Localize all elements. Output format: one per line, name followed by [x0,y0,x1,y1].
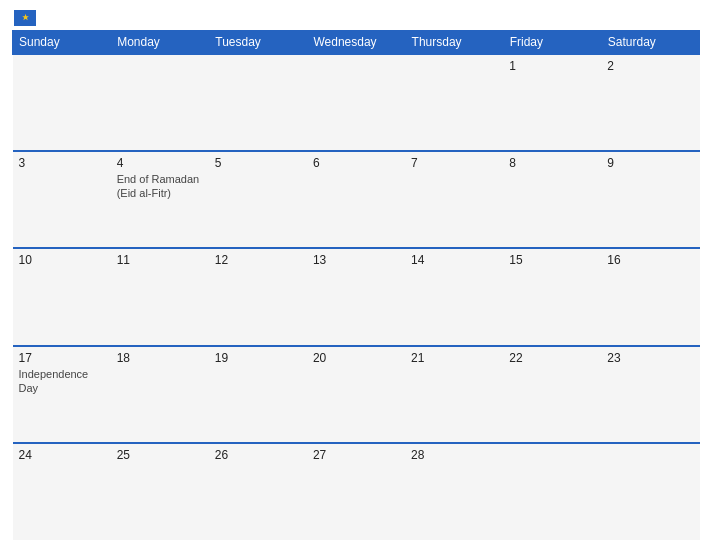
day-number: 3 [19,156,105,170]
day-number: 5 [215,156,301,170]
day-number: 20 [313,351,399,365]
day-number: 8 [509,156,595,170]
calendar-cell-0-6: 2 [601,54,699,151]
day-number: 13 [313,253,399,267]
week-row-1: 34End of Ramadan (Eid al-Fitr)56789 [13,151,700,248]
day-number: 17 [19,351,105,365]
calendar-cell-0-3 [307,54,405,151]
calendar-cell-3-3: 20 [307,346,405,443]
day-number: 23 [607,351,693,365]
day-number: 9 [607,156,693,170]
empty-cell [13,54,111,151]
calendar-cell-3-4: 21 [405,346,503,443]
week-row-3: 17Independence Day181920212223 [13,346,700,443]
calendar-cell-2-2: 12 [209,248,307,345]
calendar-cell-4-2: 26 [209,443,307,540]
calendar-cell-1-4: 7 [405,151,503,248]
day-number: 1 [509,59,595,73]
day-number: 10 [19,253,105,267]
calendar-cell-0-4 [405,54,503,151]
calendar-cell-3-5: 22 [503,346,601,443]
calendar-cell-1-2: 5 [209,151,307,248]
calendar-cell-3-0: 17Independence Day [13,346,111,443]
calendar-cell-3-6: 23 [601,346,699,443]
day-number: 21 [411,351,497,365]
day-number: 6 [313,156,399,170]
week-row-0: 12 [13,54,700,151]
calendar-cell-0-5: 1 [503,54,601,151]
calendar-cell-2-3: 13 [307,248,405,345]
calendar-cell-1-5: 8 [503,151,601,248]
day-number: 24 [19,448,105,462]
calendar-cell-2-0: 10 [13,248,111,345]
calendar-cell-0-1 [111,54,209,151]
calendar-cell-1-1: 4End of Ramadan (Eid al-Fitr) [111,151,209,248]
calendar-cell-3-2: 19 [209,346,307,443]
weekday-header-tuesday: Tuesday [209,31,307,55]
day-number: 7 [411,156,497,170]
calendar-cell-4-6 [601,443,699,540]
calendar-cell-1-6: 9 [601,151,699,248]
day-number: 11 [117,253,203,267]
weekday-header-saturday: Saturday [601,31,699,55]
day-number: 16 [607,253,693,267]
weekday-header-monday: Monday [111,31,209,55]
calendar-cell-4-4: 28 [405,443,503,540]
weekday-header-friday: Friday [503,31,601,55]
logo-flag-icon [14,10,36,26]
weekday-header-wednesday: Wednesday [307,31,405,55]
day-number: 4 [117,156,203,170]
calendar-cell-0-2 [209,54,307,151]
calendar-header [12,10,700,26]
day-number: 28 [411,448,497,462]
calendar-cell-4-3: 27 [307,443,405,540]
day-number: 25 [117,448,203,462]
calendar-cell-2-6: 16 [601,248,699,345]
day-number: 27 [313,448,399,462]
day-number: 12 [215,253,301,267]
calendar-cell-1-3: 6 [307,151,405,248]
calendar-cell-2-1: 11 [111,248,209,345]
calendar-cell-4-1: 25 [111,443,209,540]
calendar-cell-2-4: 14 [405,248,503,345]
event-label: End of Ramadan (Eid al-Fitr) [117,173,200,199]
calendar-cell-4-0: 24 [13,443,111,540]
calendar-cell-2-5: 15 [503,248,601,345]
calendar-cell-4-5 [503,443,601,540]
day-number: 22 [509,351,595,365]
calendar-cell-1-0: 3 [13,151,111,248]
weekday-header-sunday: Sunday [13,31,111,55]
week-row-4: 2425262728 [13,443,700,540]
event-label: Independence Day [19,368,89,394]
weekday-header-row: SundayMondayTuesdayWednesdayThursdayFrid… [13,31,700,55]
weekday-header-thursday: Thursday [405,31,503,55]
day-number: 19 [215,351,301,365]
calendar-table: SundayMondayTuesdayWednesdayThursdayFrid… [12,30,700,540]
day-number: 26 [215,448,301,462]
logo [12,10,38,26]
day-number: 18 [117,351,203,365]
day-number: 2 [607,59,693,73]
calendar-cell-3-1: 18 [111,346,209,443]
day-number: 15 [509,253,595,267]
day-number: 14 [411,253,497,267]
calendar-wrapper: SundayMondayTuesdayWednesdayThursdayFrid… [0,0,712,550]
week-row-2: 10111213141516 [13,248,700,345]
